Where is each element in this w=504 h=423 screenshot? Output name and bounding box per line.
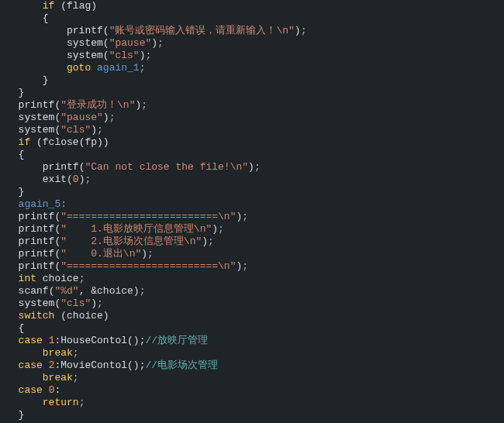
code-line: system("cls"); xyxy=(0,297,504,310)
token-id: again_5 xyxy=(19,198,61,210)
code-line: printf(" 2.电影场次信息管理\n"); xyxy=(0,236,504,248)
code-line: printf("=========================\n"); xyxy=(0,260,504,273)
token-str: "cls" xyxy=(109,50,140,61)
token-str: " 0.退出\n" xyxy=(60,248,141,260)
token-fn: printf xyxy=(19,248,55,260)
token-fn: scanf xyxy=(19,285,49,297)
token-fn: printf xyxy=(19,99,55,111)
token-semi: ; xyxy=(79,397,85,408)
token-semi: ; xyxy=(301,25,307,36)
token-semi: ; xyxy=(97,124,103,136)
token-op: : xyxy=(54,384,60,396)
token-semi: ; xyxy=(157,37,164,49)
code-line: case 2:MovieContol();//电影场次管理 xyxy=(0,359,504,372)
token-cmt: //放映厅管理 xyxy=(145,335,208,346)
token-kw: switch xyxy=(19,310,55,322)
token-str: "登录成功！\n" xyxy=(60,99,135,111)
token-fn: system xyxy=(19,112,55,123)
code-line: int choice; xyxy=(0,273,504,285)
token-kw: goto xyxy=(67,62,91,74)
token-op: :HouseContol(); xyxy=(54,335,145,346)
code-line: system("pause"); xyxy=(0,112,504,124)
token-str: "%d" xyxy=(54,285,78,297)
token-fn: printf xyxy=(67,25,103,36)
token-str: "=========================\n" xyxy=(60,211,236,222)
token-op xyxy=(43,359,49,371)
token-op: choice xyxy=(36,273,79,284)
token-semi: ; xyxy=(140,62,146,74)
token-fn: printf xyxy=(19,211,55,222)
code-line: printf("Can not close the file!\n"); xyxy=(0,161,504,174)
code-line: printf("账号或密码输入错误，请重新输入！\n"); xyxy=(0,25,504,37)
token-num: 0 xyxy=(73,174,79,185)
token-fn: printf xyxy=(43,161,79,173)
token-brace: } xyxy=(19,87,25,98)
token-op: (fclose(fp)) xyxy=(30,136,109,148)
code-line: { xyxy=(0,149,504,161)
code-line: { xyxy=(0,322,504,335)
token-op: :MovieContol(); xyxy=(54,359,145,371)
code-line: again_5: xyxy=(0,198,504,211)
token-str: " 2.电影场次信息管理\n" xyxy=(60,236,202,247)
code-line: printf(" 1.电影放映厅信息管理\n"); xyxy=(0,223,504,236)
token-str: "pause" xyxy=(109,37,152,49)
token-op: ) xyxy=(202,236,208,247)
token-semi: ; xyxy=(145,50,151,61)
token-brace: { xyxy=(19,149,25,160)
token-brace: } xyxy=(19,409,25,421)
code-line: break; xyxy=(0,347,504,359)
token-kw: int xyxy=(19,273,36,284)
code-line: } xyxy=(0,87,504,99)
code-line: break; xyxy=(0,372,504,384)
token-op: ) xyxy=(103,112,109,123)
token-fn: system xyxy=(67,37,103,49)
token-brace: { xyxy=(19,322,25,334)
token-fn: printf xyxy=(19,223,55,235)
token-cmt: //电影场次管理 xyxy=(145,359,218,371)
code-line: if (fclose(fp)) xyxy=(0,136,504,149)
token-fn: system xyxy=(67,50,103,61)
code-line: printf("登录成功！\n"); xyxy=(0,99,504,112)
token-brace: } xyxy=(43,74,49,86)
token-semi: ; xyxy=(73,372,79,383)
code-line: printf("=========================\n"); xyxy=(0,211,504,223)
token-semi: ; xyxy=(208,236,214,247)
token-semi: ; xyxy=(218,223,224,235)
token-op: ) xyxy=(248,161,254,173)
token-kw: break xyxy=(43,372,73,383)
token-op: (flag) xyxy=(54,0,97,12)
code-line: case 1:HouseContol();//放映厅管理 xyxy=(0,335,504,347)
token-semi: ; xyxy=(254,161,261,173)
token-semi: ; xyxy=(242,211,248,222)
token-kw: break xyxy=(43,347,73,359)
code-line: } xyxy=(0,74,504,87)
token-op: ) xyxy=(295,25,301,36)
token-brace: { xyxy=(43,12,49,24)
token-op xyxy=(43,384,49,396)
token-str: "=========================\n" xyxy=(60,260,236,272)
token-semi: ; xyxy=(242,260,248,272)
token-kw: return xyxy=(43,397,79,408)
code-line: system("cls"); xyxy=(0,124,504,136)
token-semi: ; xyxy=(141,99,147,111)
token-str: "Can not close the file!\n" xyxy=(85,161,248,173)
token-semi: ; xyxy=(79,273,85,284)
token-op: , &choice) xyxy=(79,285,140,297)
token-kw: if xyxy=(19,136,31,148)
token-op xyxy=(91,62,97,74)
code-line: system("pause"); xyxy=(0,37,504,50)
token-op: ( xyxy=(103,50,109,61)
code-line: { xyxy=(0,12,504,25)
token-semi: ; xyxy=(97,297,103,309)
token-kw: case xyxy=(19,335,43,346)
token-op: (choice) xyxy=(54,310,109,322)
token-op: ( xyxy=(103,37,109,49)
token-op: ( xyxy=(67,174,73,185)
code-line: return; xyxy=(0,397,504,409)
token-semi: ; xyxy=(85,174,91,185)
token-str: "pause" xyxy=(60,112,103,123)
code-line: exit(0); xyxy=(0,174,504,186)
token-op xyxy=(43,335,49,346)
token-kw: case xyxy=(19,359,43,371)
token-op: ) xyxy=(212,223,218,235)
